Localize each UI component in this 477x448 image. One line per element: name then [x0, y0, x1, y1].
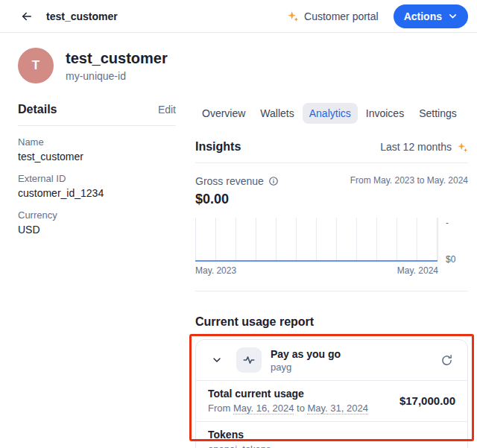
usage-item-code: openai_tokens: [208, 444, 271, 448]
tab-invoices[interactable]: Invoices: [359, 103, 411, 124]
avatar: T: [18, 48, 54, 83]
field-value: test_customer: [18, 151, 176, 163]
back-button[interactable]: [16, 6, 37, 27]
period-selector[interactable]: Last 12 months: [380, 141, 468, 153]
actions-label: Actions: [404, 10, 442, 22]
gross-revenue-value: $0.00: [195, 192, 468, 207]
revenue-date-range: From May. 2023 to May. 2024: [350, 175, 468, 186]
x-axis-tick-start: May. 2023: [195, 265, 236, 276]
field-label: Name: [18, 136, 176, 148]
chevron-down-icon: [448, 11, 458, 21]
field-external-id: External ID customer_id_1234: [18, 173, 176, 199]
customer-header: T test_customer my-unique-id: [0, 33, 477, 83]
field-label: External ID: [18, 173, 176, 184]
usage-card-header: Pay as you go payg: [196, 340, 467, 380]
field-label: Currency: [18, 209, 176, 221]
sparkle-icon: [457, 142, 468, 153]
customer-portal-label: Customer portal: [304, 10, 379, 22]
revenue-line: [195, 260, 437, 262]
tab-settings[interactable]: Settings: [412, 103, 464, 124]
collapse-toggle-button[interactable]: [206, 350, 227, 370]
sparkle-icon: [287, 10, 299, 22]
actions-button[interactable]: Actions: [394, 4, 468, 28]
refresh-button[interactable]: [436, 350, 457, 370]
y-axis-tick-bottom: $0: [446, 254, 455, 265]
insights-title: Insights: [195, 140, 241, 154]
gross-revenue-label: Gross revenue: [195, 175, 264, 187]
period-to-date: May. 31, 2024: [307, 403, 367, 414]
field-value: customer_id_1234: [18, 187, 176, 199]
period-join: to: [297, 403, 305, 414]
topbar-title: test_customer: [46, 10, 118, 22]
field-name: Name test_customer: [18, 136, 176, 163]
tab-bar: Overview Wallets Analytics Invoices Sett…: [195, 103, 468, 124]
plan-name: Pay as you go: [271, 348, 341, 360]
chart-plot-area: [195, 218, 438, 261]
details-title: Details: [18, 103, 57, 116]
usage-report-title: Current usage report: [195, 315, 468, 329]
total-usage-label: Total current usage: [208, 388, 368, 400]
period-from-date: May. 16, 2024: [233, 403, 294, 414]
customer-name: test_customer: [66, 50, 168, 67]
usage-report-card: Pay as you go payg Total current usage: [195, 339, 468, 448]
divider: [195, 291, 468, 291]
tab-overview[interactable]: Overview: [195, 103, 252, 124]
tab-wallets[interactable]: Wallets: [253, 103, 300, 124]
details-panel: Details Edit Name test_customer External…: [18, 103, 176, 448]
info-icon[interactable]: [268, 176, 279, 186]
topbar: test_customer Customer portal Actions: [0, 0, 477, 33]
total-usage-amount: $17,000.00: [399, 394, 455, 407]
customer-unique-id: my-unique-id: [66, 70, 168, 82]
x-axis-tick-end: May. 2024: [397, 265, 438, 276]
arrow-left-icon: [20, 10, 34, 23]
customer-portal-link[interactable]: Customer portal: [287, 10, 379, 22]
pulse-icon: [242, 353, 256, 367]
usage-item-name: Tokens: [208, 429, 271, 441]
y-axis-tick-top: -: [446, 218, 449, 228]
total-usage-row: Total current usage From May. 16, 2024 t…: [196, 380, 467, 421]
field-currency: Currency USD: [18, 209, 176, 236]
plan-iconbox: [236, 347, 262, 373]
period-prefix: From: [208, 403, 230, 414]
gross-revenue-chart: - $0: [195, 218, 468, 261]
refresh-icon: [440, 354, 453, 367]
edit-button[interactable]: Edit: [158, 104, 176, 116]
chevron-down-icon: [211, 354, 223, 366]
total-usage-period: From May. 16, 2024 to May. 31, 2024: [208, 403, 368, 414]
field-value: USD: [18, 224, 176, 236]
period-label: Last 12 months: [380, 141, 452, 153]
tab-analytics[interactable]: Analytics: [303, 103, 358, 124]
usage-item-row: Tokens openai_tokens: [196, 421, 467, 448]
plan-code: payg: [271, 362, 341, 373]
